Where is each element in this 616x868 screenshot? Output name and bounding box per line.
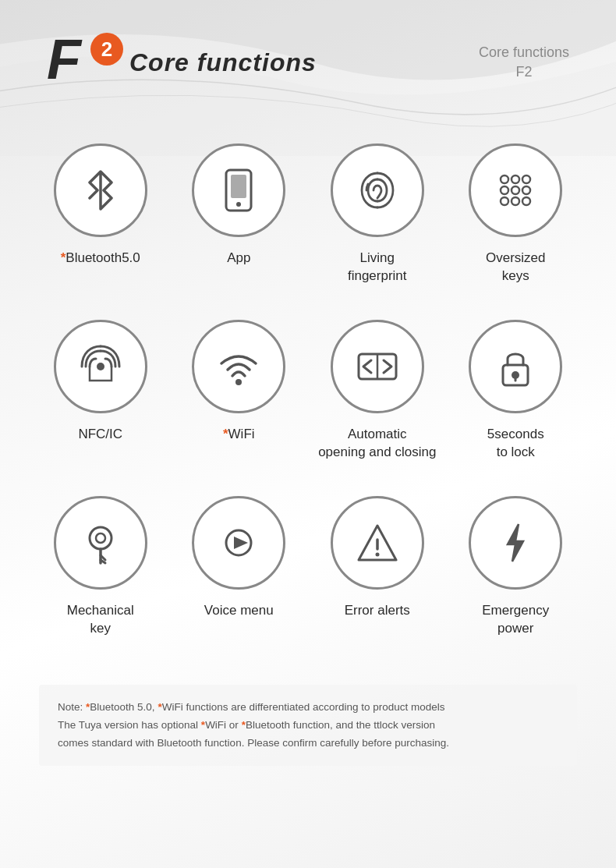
emergency-power-label: Emergencypower bbox=[482, 602, 549, 638]
nfc-icon-circle bbox=[54, 320, 147, 413]
header-right-line1: Core functions bbox=[479, 43, 569, 62]
note-star2: * bbox=[158, 701, 161, 713]
oversized-keys-icon-circle bbox=[469, 143, 562, 237]
svg-point-3 bbox=[501, 175, 508, 183]
emergency-power-icon-circle bbox=[469, 496, 562, 590]
error-alerts-icon-circle bbox=[331, 496, 424, 590]
svg-point-5 bbox=[522, 175, 530, 183]
logo-area: F 2 Core functions bbox=[47, 31, 317, 94]
bluetooth-icon-circle bbox=[54, 143, 147, 237]
voice-menu-label: Voice menu bbox=[204, 602, 274, 620]
logo-f-letter: F bbox=[47, 28, 81, 90]
bluetooth-icon bbox=[76, 165, 126, 215]
oversized-keys-label: Oversizedkeys bbox=[486, 250, 546, 285]
auto-open-icon bbox=[352, 342, 402, 391]
svg-marker-28 bbox=[508, 524, 523, 562]
wifi-label: *WiFi bbox=[223, 426, 255, 444]
mechanical-key-label: Mechanicalkey bbox=[67, 602, 134, 638]
5sec-lock-label: 5secondsto lock bbox=[487, 426, 544, 462]
logo-2-circle: 2 bbox=[90, 33, 123, 66]
svg-point-7 bbox=[512, 186, 519, 194]
svg-point-10 bbox=[512, 197, 519, 205]
5sec-lock-icon-circle bbox=[469, 320, 562, 413]
note-star1: * bbox=[86, 701, 90, 713]
svg-point-4 bbox=[512, 175, 519, 183]
svg-point-19 bbox=[90, 527, 112, 549]
wifi-icon bbox=[214, 342, 264, 391]
page-header: F 2 Core functions Core functions F2 bbox=[0, 0, 616, 109]
svg-point-13 bbox=[235, 379, 242, 385]
nfc-label: NFC/IC bbox=[78, 426, 122, 444]
svg-point-8 bbox=[522, 186, 530, 194]
note-star3: * bbox=[201, 719, 205, 731]
fingerprint-icon bbox=[352, 165, 402, 215]
header-right-line2: F2 bbox=[479, 62, 569, 82]
app-label: App bbox=[227, 250, 250, 267]
svg-point-12 bbox=[97, 363, 104, 370]
voice-menu-icon-circle bbox=[192, 496, 285, 590]
error-alerts-label: Error alerts bbox=[345, 602, 410, 620]
feature-bluetooth: *Bluetooth5.0 bbox=[31, 125, 170, 301]
feature-mechanical-key: Mechanicalkey bbox=[31, 477, 170, 654]
mechanical-key-icon bbox=[76, 518, 126, 568]
feature-error-alerts: Error alerts bbox=[308, 477, 447, 654]
svg-point-2 bbox=[236, 202, 241, 207]
feature-app: App bbox=[170, 125, 309, 301]
logo-f2: F 2 bbox=[47, 31, 117, 94]
auto-open-label: Automaticopening and closing bbox=[318, 426, 436, 462]
feature-fingerprint: Livingfingerprint bbox=[308, 125, 447, 301]
note-star4: * bbox=[242, 719, 246, 731]
svg-point-9 bbox=[501, 197, 508, 205]
fingerprint-label: Livingfingerprint bbox=[348, 250, 407, 285]
feature-wifi: *WiFi bbox=[170, 301, 309, 477]
feature-voice-menu: Voice menu bbox=[170, 477, 309, 654]
wifi-icon-circle bbox=[192, 320, 285, 413]
feature-oversized-keys: Oversizedkeys bbox=[447, 125, 586, 301]
oversized-keys-icon bbox=[490, 165, 540, 215]
mechanical-key-icon-circle bbox=[54, 496, 147, 590]
app-icon bbox=[214, 165, 264, 215]
svg-point-20 bbox=[96, 533, 105, 543]
icon-grid: *Bluetooth5.0 App bbox=[0, 109, 616, 669]
feature-nfc: NFC/IC bbox=[31, 301, 170, 477]
nfc-icon bbox=[76, 342, 126, 391]
svg-point-27 bbox=[375, 552, 379, 556]
emergency-power-icon bbox=[490, 518, 540, 568]
note-text: Note: *Bluetooth 5.0, *WiFi functions ar… bbox=[58, 699, 558, 753]
fingerprint-icon-circle bbox=[331, 143, 424, 237]
app-icon-circle bbox=[192, 143, 285, 237]
auto-open-icon-circle bbox=[331, 320, 424, 413]
bluetooth-label: *Bluetooth5.0 bbox=[61, 250, 140, 267]
feature-auto-open: Automaticopening and closing bbox=[308, 301, 447, 477]
feature-emergency-power: Emergencypower bbox=[447, 477, 586, 654]
header-title: Core functions bbox=[129, 48, 317, 77]
5sec-lock-icon bbox=[490, 342, 540, 391]
voice-menu-icon bbox=[214, 518, 264, 568]
svg-point-11 bbox=[522, 197, 530, 205]
svg-point-6 bbox=[501, 186, 508, 194]
feature-5sec-lock: 5secondsto lock bbox=[447, 301, 586, 477]
note-section: Note: *Bluetooth 5.0, *WiFi functions ar… bbox=[39, 685, 577, 767]
svg-rect-1 bbox=[231, 175, 246, 198]
svg-marker-25 bbox=[234, 537, 248, 549]
error-alerts-icon bbox=[352, 518, 402, 568]
header-right: Core functions F2 bbox=[479, 43, 569, 82]
